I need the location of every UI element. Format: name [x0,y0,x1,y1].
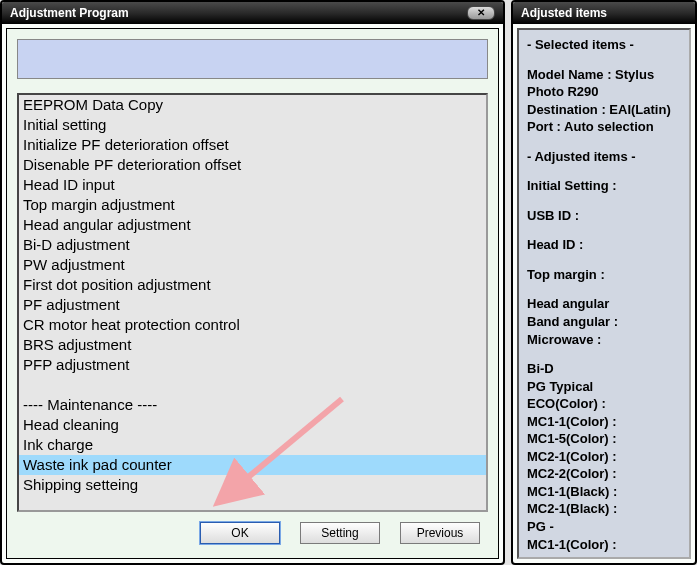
spacer [527,348,681,360]
info-line: PG - [527,518,681,536]
info-line: ECO(Color) : [527,395,681,413]
list-item[interactable]: Head ID input [19,175,486,195]
side-window-title: Adjusted items [521,6,687,20]
header-banner [17,39,488,79]
list-item[interactable]: Initial setting [19,115,486,135]
list-item[interactable]: ---- Maintenance ---- [19,395,486,415]
adjustment-program-window: Adjustment Program ✕ EEPROM Data CopyIni… [0,0,505,565]
info-line: PG Typical [527,378,681,396]
list-item[interactable]: Head cleaning [19,415,486,435]
info-line: Initial Setting : [527,177,681,195]
list-item[interactable]: PW adjustment [19,255,486,275]
spacer [527,165,681,177]
list-item[interactable]: BRS adjustment [19,335,486,355]
info-line: Band angular : [527,313,681,331]
spacer [527,283,681,295]
titlebar-left: Adjustment Program ✕ [2,2,503,24]
list-item[interactable]: Head angular adjustment [19,215,486,235]
info-line: Bi-D [527,360,681,378]
list-item[interactable]: CR motor heat protection control [19,315,486,335]
spacer [527,54,681,66]
list-item[interactable]: Initialize PF deterioration offset [19,135,486,155]
list-item[interactable] [19,375,486,395]
info-line: Microwave : [527,331,681,349]
list-item[interactable]: First dot position adjustment [19,275,486,295]
info-line: - Adjusted items - [527,148,681,166]
info-line: Model Name : Stylus Photo R290 [527,66,681,101]
left-inner: EEPROM Data CopyInitial settingInitializ… [6,28,499,559]
list-item[interactable]: Disenable PF deterioration offset [19,155,486,175]
adjustment-listbox[interactable]: EEPROM Data CopyInitial settingInitializ… [17,93,488,512]
button-row: OK Setting Previous [17,512,488,548]
spacer [527,195,681,207]
list-item[interactable]: PFP adjustment [19,355,486,375]
info-line: MC2-1(Color) : [527,448,681,466]
spacer [527,254,681,266]
ok-button[interactable]: OK [200,522,280,544]
info-line: MC1-5(Color) : [527,430,681,448]
info-line: Top margin : [527,266,681,284]
list-item[interactable]: Top margin adjustment [19,195,486,215]
close-button[interactable]: ✕ [467,6,495,20]
info-line: Head ID : [527,236,681,254]
setting-button[interactable]: Setting [300,522,380,544]
adjusted-items-content: - Selected items -Model Name : Stylus Ph… [517,28,691,559]
info-line: Port : Auto selection [527,118,681,136]
spacer [527,136,681,148]
info-line: USB ID : [527,207,681,225]
spacer [527,224,681,236]
list-item[interactable]: Ink charge [19,435,486,455]
list-item[interactable]: Waste ink pad counter [19,455,486,475]
list-item[interactable]: EEPROM Data Copy [19,95,486,115]
list-item[interactable]: Bi-D adjustment [19,235,486,255]
info-line: MC1-1(Color) : [527,536,681,554]
info-line: MC2-2(Color) : [527,465,681,483]
info-line: MC2-1(Black) : [527,500,681,518]
list-item[interactable]: Shipping setteing [19,475,486,495]
info-line: Head angular [527,295,681,313]
list-item[interactable]: PF adjustment [19,295,486,315]
info-line: - Selected items - [527,36,681,54]
window-title: Adjustment Program [10,6,129,20]
info-line: Destination : EAI(Latin) [527,101,681,119]
adjusted-items-window: Adjusted items - Selected items -Model N… [511,0,697,565]
previous-button[interactable]: Previous [400,522,480,544]
titlebar-right: Adjusted items [513,2,695,24]
info-line: MC1-1(Black) : [527,483,681,501]
info-line: MC1-1(Color) : [527,413,681,431]
